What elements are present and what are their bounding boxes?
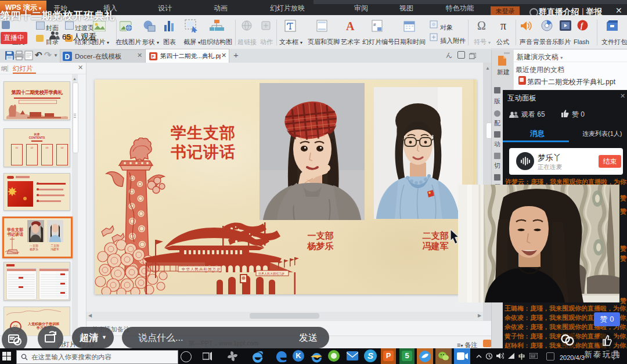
svg-text:#: # [373, 22, 376, 27]
svg-text:中华人民共和国万岁: 中华人民共和国万岁 [182, 267, 221, 272]
svg-text:世界人民大团结万岁: 世界人民大团结万岁 [258, 272, 284, 276]
svg-text:D: D [65, 53, 70, 61]
svg-text:A: A [346, 20, 355, 32]
svg-text:P: P [152, 55, 154, 59]
